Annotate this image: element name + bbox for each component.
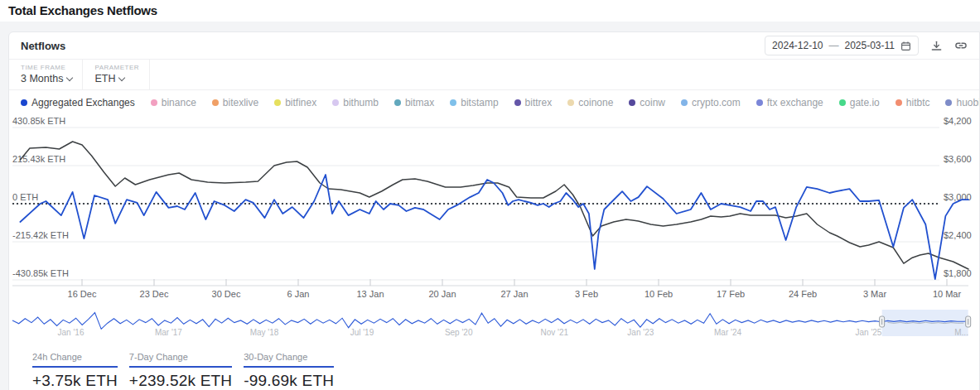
stat-block: 7-Day Change+239.52k ETH [129,352,232,390]
stat-block: 30-Day Change-99.69k ETH [244,352,334,390]
y-axis-left-label: 430.85k ETH [12,116,65,126]
navigator-year-label: Jan '25 [855,328,881,337]
netflow-chart[interactable]: 430.85k ETH$4,200215.43k ETH$3,6000 ETH$… [9,115,979,307]
legend-item-label: bitmax [405,97,434,108]
change-stats: 24h Change+3.75k ETH7-Day Change+239.52k… [9,342,979,390]
panel-header: Netflows 2024-12-10 — 2025-03-11 [9,32,979,60]
x-axis-label: 3 Feb [575,289,598,299]
y-axis-right-label: $1,800 [944,268,972,278]
legend-dot-icon [839,99,846,106]
date-range-picker[interactable]: 2024-12-10 — 2025-03-11 [765,36,919,55]
timeframe-label: TIME FRAME [21,64,72,71]
navigator-line [12,313,970,330]
navigator-year-label: Sep '20 [445,328,473,337]
legend-item-label: bitexlive [223,97,258,108]
stat-label: 30-Day Change [244,352,334,368]
legend-item[interactable]: bittrex [514,97,553,108]
date-from[interactable]: 2024-12-10 [772,40,823,51]
legend-item-label: ftx exchange [767,97,823,108]
legend-dot-icon [681,99,688,106]
parameter-value[interactable]: ETH [94,73,115,84]
legend-item[interactable]: coinone [567,97,613,108]
y-axis-right-label: $3,000 [944,192,972,202]
legend-dot-icon [394,99,401,106]
legend-dot-icon [274,99,281,106]
navigator-year-label: May '18 [250,328,279,337]
x-axis-label: 16 Dec [68,289,97,299]
netflow-chart-svg[interactable]: 430.85k ETH$4,200215.43k ETH$3,6000 ETH$… [9,115,980,307]
navigator-year-label: Jan '16 [58,328,84,337]
stat-value: -99.69k ETH [244,372,334,390]
x-axis-label: 6 Jan [287,289,310,299]
legend-item-label: Aggregated Exchanges [31,97,135,108]
y-axis-left-label: 0 ETH [12,192,38,202]
legend-dot-icon [567,99,574,106]
legend-item[interactable]: crypto.com [681,97,741,108]
legend-item[interactable]: bithumb [332,97,379,108]
navigator-year-label: Mar '17 [155,328,182,337]
legend-item[interactable]: bitfinex [274,97,316,108]
legend-item[interactable]: bitexlive [212,97,258,108]
legend-item-label: gate.io [850,97,880,108]
stat-block: 24h Change+3.75k ETH [32,352,118,390]
navigator-year-label: Jan '23 [627,328,654,337]
legend-item[interactable]: bitstamp [450,97,498,108]
stat-label: 7-Day Change [129,352,232,368]
navigator-year-label: Mar '24 [714,328,741,337]
legend-dot-icon [896,99,902,106]
netflows-panel: Netflows 2024-12-10 — 2025-03-11 [8,31,980,390]
stat-value: +3.75k ETH [32,372,118,390]
netflow-line [20,175,968,279]
y-axis-right-label: $4,200 [944,116,972,126]
navigator-year-label: Nov '21 [540,328,568,337]
y-axis-left-label: -430.85k ETH [12,268,69,278]
legend-item-label: crypto.com [692,97,741,108]
x-axis-label: 24 Feb [789,289,817,299]
legend-item-label: bithumb [343,97,379,108]
x-axis-label: 23 Dec [140,289,169,299]
legend-dot-icon [629,99,635,106]
top-bar: Total Exchanges Netflows [0,0,980,22]
link-icon[interactable] [954,39,968,52]
legend-item-label: huobi [956,97,979,108]
x-axis-label: 27 Jan [500,289,528,299]
legend-item-label: bitfinex [285,97,316,108]
legend-item[interactable]: ftx exchange [756,97,823,108]
navigator-chart[interactable]: Jan '16Mar '17May '18Jul '19Sep '20Nov '… [9,309,979,342]
legend-item[interactable]: huobi [945,97,979,108]
timeframe-value[interactable]: 3 Months [21,73,63,84]
legend-dot-icon [212,99,219,106]
legend-dot-icon [332,99,339,106]
calendar-icon[interactable] [900,41,911,51]
x-axis-label: 3 Mar [863,289,886,299]
legend-dot-icon [151,99,157,106]
parameter-dropdown[interactable]: PARAMETER ETH [83,60,150,89]
navigator-chart-svg[interactable]: Jan '16Mar '17May '18Jul '19Sep '20Nov '… [9,309,980,342]
legend-item[interactable]: gate.io [839,97,880,108]
x-axis-label: 17 Feb [717,289,745,299]
legend-item[interactable]: bitmax [394,97,434,108]
legend-item-label: coinone [578,97,613,108]
legend-item-label: bitstamp [461,97,498,108]
y-axis-right-label: $3,600 [944,154,972,164]
legend-item-label: coinw [640,97,665,108]
legend-dot-icon [450,99,456,106]
y-axis-right-label: $2,400 [944,230,972,240]
chevron-down-icon [118,74,125,80]
legend: Aggregated Exchangesbinancebitexlivebitf… [9,90,979,115]
legend-item[interactable]: Aggregated Exchanges [21,97,135,108]
parameter-label: PARAMETER [94,64,139,71]
x-axis-label: 10 Mar [933,289,962,299]
navigator-year-label: Jul '19 [350,328,374,337]
panel-header-actions: 2024-12-10 — 2025-03-11 [765,36,968,55]
legend-item[interactable]: binance [151,97,196,108]
date-to[interactable]: 2025-03-11 [845,40,896,51]
legend-item[interactable]: hitbtc [896,97,930,108]
legend-item[interactable]: coinw [629,97,665,108]
legend-dot-icon [21,99,27,106]
x-axis-label: 13 Jan [356,289,384,299]
download-icon[interactable] [930,40,943,52]
legend-item-label: hitbtc [906,97,930,108]
timeframe-dropdown[interactable]: TIME FRAME 3 Months [9,60,83,89]
y-axis-left-label: -215.42k ETH [12,230,69,240]
